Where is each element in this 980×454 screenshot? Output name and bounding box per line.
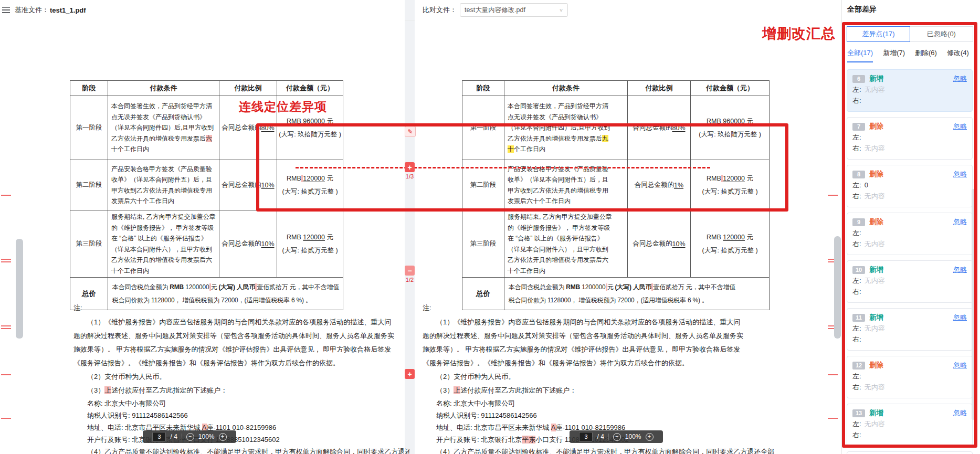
plus-icon: +	[407, 163, 412, 172]
account-line: （4）乙方产品质量不能达到验收标准、不能满足甲方需求时，甲方有权单方面解除合同，…	[73, 446, 409, 454]
filter-added[interactable]: 新增(7)	[883, 48, 905, 62]
diff-content-line: 左:	[852, 371, 967, 382]
right-doc-scrollbar[interactable]	[834, 236, 841, 339]
diff-card[interactable]: 11新增忽略左:无内容右:	[847, 308, 973, 351]
gutter-minus-marker[interactable]: −	[405, 266, 415, 276]
table-condition-line: 十个工作日内	[111, 266, 216, 277]
diff-connector-line	[296, 167, 710, 168]
diff-position-mark	[1, 261, 11, 262]
diff-index-badge: 11	[852, 314, 865, 322]
diff-index-badge: 8	[852, 171, 865, 178]
diff-content-value: 无内容	[865, 275, 885, 286]
zoom-in-icon[interactable]: +	[646, 433, 654, 441]
ignore-link[interactable]: 忽略	[953, 361, 967, 370]
table-condition-cell: 本合同签署生效，产品到货经甲方清点无误并签发《产品到货确认书》（详见本合同附件四…	[108, 96, 219, 160]
zoom-out-icon[interactable]: −	[186, 433, 194, 441]
table-condition-line: 十个工作日内	[508, 266, 624, 277]
diff-card[interactable]: 12删除忽略左:右:无内容	[847, 356, 973, 398]
diff-card[interactable]: 7删除忽略左:右:无内容	[847, 117, 973, 160]
zoom-level-label: 100%	[198, 433, 215, 440]
table-condition-line: 乙方依法开具的增值税专用发票后九	[508, 133, 624, 144]
table-condition-line: 服务期结束, 乙方向甲方提交加盖公章	[508, 212, 624, 223]
diff-content-line: 右:无内容	[852, 382, 967, 393]
table-header-cell: 付款比例	[219, 81, 277, 96]
ignore-link[interactable]: 忽略	[953, 122, 967, 131]
diff-card[interactable]: 14新增忽略左:无内容右:	[847, 451, 973, 454]
diff-index-badge: 12	[852, 362, 865, 369]
compare-document-page[interactable]: 阶段付款条件付款比例付款金额（元）第一阶段本合同签署生效，产品到货经甲方清点无误…	[415, 20, 841, 454]
diff-card[interactable]: 13新增忽略左:无内容右:	[847, 404, 973, 446]
ignore-link[interactable]: 忽略	[953, 217, 967, 227]
diff-panel-title: 全部差异	[847, 5, 877, 14]
table-condition-line: （详见本合同附件四）后,且甲方收到	[508, 122, 624, 133]
base-document-page[interactable]: 阶段付款条件付款比例付款金额（元）第一阶段本合同签署生效，产品到货经甲方清点无误…	[0, 20, 405, 454]
zoom-out-icon[interactable]: −	[613, 433, 621, 441]
filter-deleted[interactable]: 删除(6)	[915, 48, 937, 62]
zoom-level-label: 100%	[625, 433, 641, 440]
ignore-link[interactable]: 忽略	[953, 408, 967, 418]
ignore-link[interactable]: 忽略	[953, 313, 967, 322]
diff-card[interactable]: 6新增忽略左:无内容右:	[847, 69, 973, 112]
table-amount-cell: RMB 120000 元(大写: 拾贰万元整 )	[691, 210, 770, 278]
diff-content-value: 无内容	[865, 382, 885, 393]
gutter-plus-marker[interactable]: +	[405, 369, 415, 379]
tab-diff-points[interactable]: 差异点(17)	[847, 26, 910, 42]
table-ratio-cell: 合同总金额的 10%	[219, 210, 277, 278]
diff-side-label: 右:	[852, 143, 861, 154]
account-line: 纳税人识别号: 911124586142566	[73, 409, 409, 421]
diff-card[interactable]: 8删除忽略左:0右:无内容	[847, 165, 973, 207]
diff-card[interactable]: 9删除忽略左:右:无内容	[847, 213, 973, 255]
ignore-link[interactable]: 忽略	[953, 170, 967, 179]
diff-highlight: 上	[104, 386, 111, 394]
diff-content-line: 右:	[852, 334, 967, 345]
gutter-edit-marker[interactable]: ✎	[405, 126, 416, 137]
diff-highlight: 九	[602, 135, 608, 142]
table-condition-line: 本合同签署生效，产品到货经甲方清	[508, 101, 624, 112]
tab-ignored[interactable]: 已忽略(0)	[910, 26, 973, 42]
ignore-link[interactable]: 忽略	[953, 265, 967, 274]
diff-side-label: 左:	[852, 227, 861, 238]
note-line: （1）《维护服务报告》内容应当包括服务期间的与合同相关条款对应的各项服务活动的描…	[423, 315, 800, 329]
note-line: 《服务评估报告》。《维护服务报告》和《服务评估报告》将作为双方后续合作的依据。	[423, 356, 800, 370]
base-file-name: test1_1.pdf	[50, 6, 86, 14]
table-header-cell: 付款金额（元）	[277, 81, 343, 96]
diff-content-line: 右:	[852, 286, 967, 297]
panel-scrollbar[interactable]	[972, 189, 975, 420]
account-line: 开户行及账号: 北京银行北京昌平小口支行 11088851012345602	[73, 434, 409, 446]
left-doc-scrollbar[interactable]	[16, 239, 23, 339]
diff-card-header: 7删除忽略	[852, 121, 967, 132]
filter-modified[interactable]: 修改(4)	[947, 48, 969, 62]
ignore-link[interactable]: 忽略	[953, 74, 967, 83]
page-number-input[interactable]: 3	[579, 432, 593, 442]
diff-content-value: 无内容	[865, 143, 885, 154]
table-ratio-cell: 合同总金额的 10%	[219, 160, 277, 210]
gutter-plus-marker[interactable]: +	[405, 162, 415, 172]
minus-icon: −	[407, 267, 412, 275]
diff-content-value: 无内容	[865, 323, 885, 334]
diff-card-list: 6新增忽略左:无内容右:7删除忽略左:右:无内容8删除忽略左:0右:无内容9删除…	[847, 69, 973, 454]
table-condition-line: 服务期结束, 乙方向甲方提交加盖公章	[111, 212, 216, 223]
diff-side-label: 左:	[852, 84, 861, 95]
diff-position-mark	[1, 325, 11, 326]
diff-side-label: 右:	[852, 429, 861, 440]
table-total-line: 本合同含税总金额为 RMB 1200000 元 (大写) 人民币 壹佰贰拾万 元…	[509, 281, 765, 294]
table-amount-line: (大写: 玖拾陆万元整 )	[279, 128, 341, 141]
toolbar-divider	[182, 434, 182, 440]
diff-content-line: 右:无内容	[852, 143, 967, 154]
zoom-in-icon[interactable]: +	[219, 433, 227, 441]
compare-file-select[interactable]: test大量内容修改.pdf ∨	[460, 3, 568, 17]
diff-type-label: 删除	[869, 361, 883, 370]
diff-index-badge: 9	[852, 218, 865, 226]
account-line: 名称: 北京大中小有限公司	[73, 397, 409, 409]
page-number-input[interactable]: 3	[152, 432, 166, 442]
table-total-line: 本合同含税总金额为 RMB 1200000 元 (大写) 人民币 壹佰贰拾万 元…	[112, 281, 339, 294]
table-amount-cell: RMB 120000 元(大写: 拾贰万元整 )	[277, 210, 343, 278]
diff-side-label: 右:	[852, 382, 861, 393]
gutter-marker-count: 1/3	[405, 173, 415, 180]
diff-card[interactable]: 10新增忽略左:无内容右:	[847, 260, 973, 303]
table-amount-line: (大写: 拾贰万元整 )	[702, 185, 757, 198]
hamburger-menu-icon[interactable]	[2, 7, 10, 13]
diff-type-label: 删除	[869, 170, 883, 179]
filter-all[interactable]: 全部(17)	[847, 48, 873, 62]
pencil-icon: ✎	[407, 128, 413, 135]
